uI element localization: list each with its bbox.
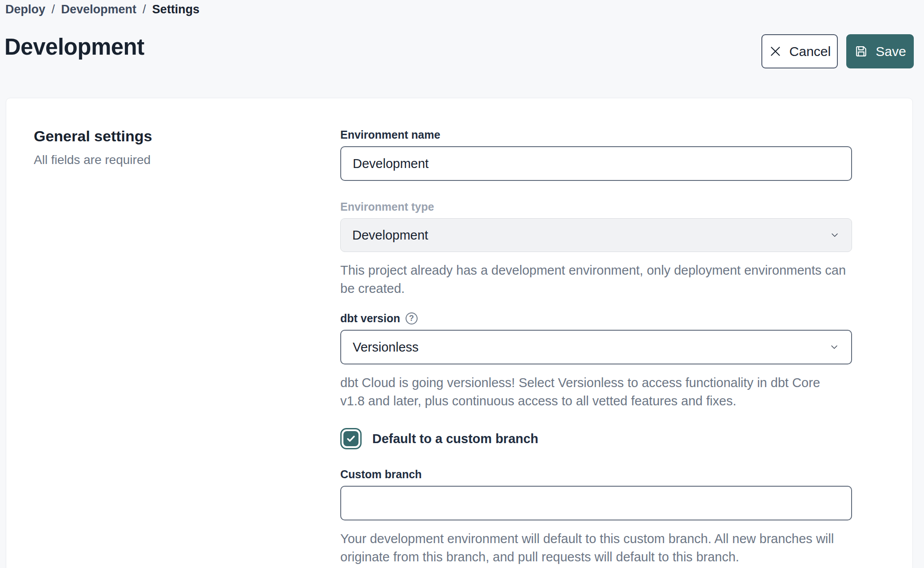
chevron-down-icon <box>829 230 840 240</box>
environment-name-input[interactable] <box>340 146 852 181</box>
dbt-version-help: dbt Cloud is going versionless! Select V… <box>340 374 847 410</box>
environment-type-label: Environment type <box>340 200 852 213</box>
breadcrumb-separator: / <box>143 3 146 16</box>
page-title: Development <box>4 34 144 60</box>
dbt-version-label-row: dbt version ? <box>340 312 852 325</box>
environment-type-select: Development <box>340 218 852 252</box>
dbt-version-select[interactable]: Versionless <box>340 330 852 364</box>
help-icon[interactable]: ? <box>406 312 418 324</box>
page: Deploy / Development / Settings Developm… <box>0 0 924 568</box>
chevron-down-icon <box>829 342 840 352</box>
save-icon <box>854 44 868 59</box>
custom-branch-input[interactable] <box>340 486 852 520</box>
checkmark-icon <box>343 431 358 446</box>
custom-branch-label: Custom branch <box>340 468 852 481</box>
section-subtitle: All fields are required <box>34 153 152 167</box>
section-header: General settings All fields are required <box>34 128 152 167</box>
save-button[interactable]: Save <box>846 34 914 68</box>
section-title: General settings <box>34 128 152 145</box>
environment-name-label: Environment name <box>340 128 852 141</box>
dbt-version-label: dbt version <box>340 312 400 325</box>
close-icon <box>769 44 782 58</box>
header-actions: Cancel Save <box>761 34 914 68</box>
save-label: Save <box>876 44 906 59</box>
environment-type-value: Development <box>352 228 428 243</box>
settings-card: General settings All fields are required… <box>6 98 913 568</box>
breadcrumb-separator: / <box>52 3 55 16</box>
custom-branch-checkbox-label: Default to a custom branch <box>372 432 538 446</box>
breadcrumb-development[interactable]: Development <box>61 3 137 16</box>
custom-branch-checkbox[interactable] <box>340 428 362 449</box>
breadcrumb: Deploy / Development / Settings <box>5 3 199 16</box>
cancel-label: Cancel <box>789 44 831 59</box>
environment-type-help: This project already has a development e… <box>340 261 847 298</box>
dbt-version-value: Versionless <box>353 340 418 355</box>
custom-branch-help: Your development environment will defaul… <box>340 530 847 566</box>
custom-branch-checkbox-row[interactable]: Default to a custom branch <box>340 428 852 449</box>
cancel-button[interactable]: Cancel <box>761 34 838 68</box>
settings-form: Environment name Environment type Develo… <box>340 128 852 566</box>
breadcrumb-deploy[interactable]: Deploy <box>5 3 45 16</box>
breadcrumb-settings: Settings <box>152 3 200 16</box>
